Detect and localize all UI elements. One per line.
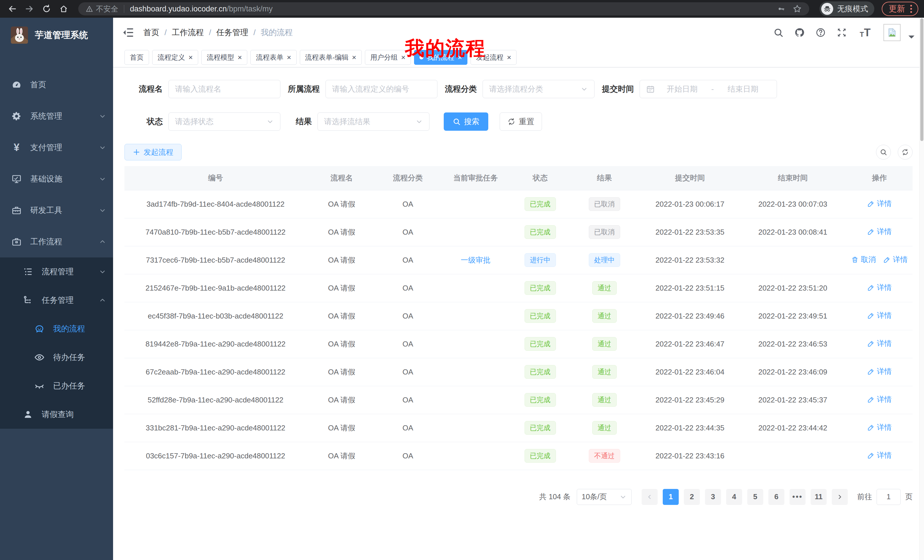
close-icon[interactable]: × — [286, 54, 291, 61]
close-icon[interactable]: × — [189, 54, 193, 61]
sidebar-item-my-process[interactable]: 我的流程 — [0, 314, 113, 343]
next-page-button[interactable] — [832, 489, 848, 505]
tab-home[interactable]: 首页 — [124, 50, 149, 65]
submit-time-cell: 2022-01-22 23:46:04 — [641, 358, 739, 386]
sidebar-item-home[interactable]: 首页 — [0, 69, 113, 100]
detail-action-link[interactable]: 详情 — [867, 367, 892, 376]
process-id-cell: 7470a810-7b9b-11ec-b5b7-acde48001122 — [124, 218, 307, 246]
cancel-action-link[interactable]: 取消 — [851, 255, 876, 265]
tab-process-definition[interactable]: 流程定义× — [152, 50, 198, 65]
detail-action-link[interactable]: 详情 — [867, 199, 892, 209]
sidebar-item-process-management[interactable]: 流程管理 — [0, 258, 113, 286]
task-link[interactable]: 一级审批 — [461, 256, 490, 264]
process-category-cell: OA — [376, 302, 439, 330]
result-select[interactable]: 请选择流结果 — [318, 112, 429, 131]
chevron-up-icon — [99, 238, 106, 246]
tab-user-group[interactable]: 用户分组× — [365, 50, 411, 65]
sidebar-collapse-icon[interactable] — [122, 26, 135, 39]
search-button[interactable]: 搜索 — [444, 112, 488, 131]
detail-action-link[interactable]: 详情 — [867, 227, 892, 237]
filter-category: 流程分类 请选择流程分类 — [445, 80, 594, 98]
breadcrumb-item[interactable]: 首页 — [143, 27, 159, 38]
process-name-cell: OA 请假 — [307, 218, 377, 246]
sidebar-item-infrastructure[interactable]: 基础设施 — [0, 163, 113, 195]
search-toggle-button[interactable] — [876, 145, 891, 160]
process-category-cell: OA — [376, 386, 439, 414]
page-number-button[interactable]: 3 — [705, 489, 721, 505]
page-more-button[interactable]: ••• — [789, 489, 806, 505]
warning-icon — [86, 5, 93, 13]
sidebar-item-system-management[interactable]: 系统管理 — [0, 100, 113, 132]
sidebar-item-workflow[interactable]: 工作流程 — [0, 226, 113, 258]
start-process-button[interactable]: 发起流程 — [124, 144, 182, 160]
close-icon[interactable]: × — [458, 54, 462, 61]
close-icon[interactable]: × — [507, 54, 511, 61]
sidebar-item-dev-tools[interactable]: 研发工具 — [0, 195, 113, 226]
avatar[interactable] — [884, 24, 901, 41]
browser-home-button[interactable] — [57, 2, 70, 15]
detail-action-link[interactable]: 详情 — [867, 394, 892, 404]
star-icon[interactable] — [793, 4, 802, 13]
prev-page-button[interactable] — [642, 489, 658, 505]
sidebar-menu: 首页系统管理¥支付管理基础设施研发工具工作流程流程管理任务管理我的流程待办任务已… — [0, 69, 113, 429]
status-select[interactable]: 请选择状态 — [168, 112, 280, 131]
submit-time-range[interactable]: 开始日期 - 结束日期 — [640, 80, 777, 98]
reset-button[interactable]: 重置 — [500, 112, 542, 131]
detail-action-link[interactable]: 详情 — [867, 283, 892, 293]
page-size-select[interactable]: 10条/页 — [577, 489, 632, 505]
sidebar-item-label: 已办任务 — [53, 380, 106, 391]
scrollbar-thumb[interactable] — [920, 18, 923, 141]
page-number-button[interactable]: 4 — [726, 489, 742, 505]
sidebar-item-payment-management[interactable]: ¥支付管理 — [0, 132, 113, 163]
help-icon[interactable] — [816, 27, 826, 38]
page-number-button[interactable]: 5 — [747, 489, 763, 505]
close-icon[interactable]: × — [352, 54, 356, 61]
page-number-button[interactable]: 2 — [684, 489, 700, 505]
sidebar-item-done-tasks[interactable]: 已办任务 — [0, 371, 113, 400]
parent-process-input[interactable] — [326, 80, 438, 98]
category-select[interactable]: 请选择流程分类 — [483, 80, 594, 98]
tab-process-model[interactable]: 流程模型× — [201, 50, 247, 65]
close-icon[interactable]: × — [401, 54, 405, 61]
browser-back-button[interactable] — [6, 2, 19, 15]
detail-action-link[interactable]: 详情 — [867, 451, 892, 460]
browser-forward-button[interactable] — [23, 2, 36, 15]
font-size-icon[interactable]: TT — [858, 27, 873, 38]
tab-start-process[interactable]: 发起流程× — [471, 50, 516, 65]
detail-action-link[interactable]: 详情 — [883, 255, 908, 265]
goto-page-input[interactable] — [877, 489, 901, 505]
process-name-input[interactable] — [168, 80, 280, 98]
table-column-header: 流程分类 — [376, 166, 439, 190]
sidebar-item-task-management[interactable]: 任务管理 — [0, 286, 113, 314]
browser-update-button[interactable]: 更新 — [882, 2, 918, 16]
key-icon[interactable] — [777, 5, 785, 13]
address-bar[interactable]: 不安全 dashboard.yudao.iocoder.cn /bpm/task… — [78, 2, 809, 15]
detail-action-link[interactable]: 详情 — [867, 422, 892, 433]
detail-action-link[interactable]: 详情 — [867, 338, 892, 349]
page-number-button[interactable]: 11 — [811, 489, 826, 505]
detail-action-link[interactable]: 详情 — [867, 310, 892, 320]
page-number-button[interactable]: 6 — [768, 489, 784, 505]
process-category-cell: OA — [376, 190, 439, 218]
close-icon[interactable]: × — [238, 54, 242, 61]
github-icon[interactable] — [794, 27, 805, 38]
tab-my-process[interactable]: 我的流程× — [414, 50, 467, 65]
tab-process-form[interactable]: 流程表单× — [250, 50, 296, 65]
fullscreen-icon[interactable] — [837, 27, 847, 38]
sidebar-item-leave-query[interactable]: 请假查询 — [0, 400, 113, 429]
refresh-button[interactable] — [898, 145, 913, 160]
action-label: 详情 — [877, 199, 892, 209]
breadcrumb-item[interactable]: 工作流程 — [172, 27, 204, 38]
browser-reload-button[interactable] — [40, 2, 53, 15]
result-tag: 通过 — [592, 337, 617, 351]
breadcrumb-item[interactable]: 任务管理 — [216, 27, 248, 38]
browser-menu-icon[interactable] — [910, 5, 912, 13]
chevron-down-icon — [580, 85, 588, 93]
page-number-button[interactable]: 1 — [663, 489, 679, 505]
search-icon[interactable] — [773, 27, 783, 38]
sidebar-item-todo-tasks[interactable]: 待办任务 — [0, 343, 113, 371]
result-cell: 通过 — [568, 358, 641, 386]
tab-process-form-edit[interactable]: 流程表单-编辑× — [300, 50, 362, 65]
caret-down-icon[interactable] — [906, 32, 916, 42]
process-id-cell: 03c6c157-7b9a-11ec-a290-acde48001122 — [124, 442, 307, 470]
